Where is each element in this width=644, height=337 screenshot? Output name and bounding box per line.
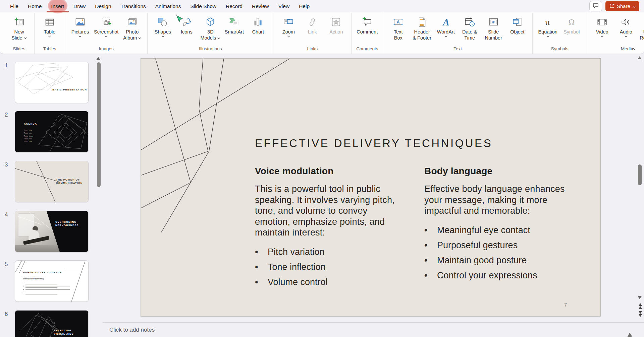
ribbon-button-label: Zoom (282, 29, 295, 38)
ribbon-group-buttons: ShapesIcons3DModels SmartArtChart (150, 13, 271, 46)
menu-tab-home[interactable]: Home (23, 0, 46, 12)
menu-tab-transitions[interactable]: Transitions (116, 0, 151, 12)
ribbon-button-label: Comment (357, 29, 378, 35)
slide-thumb-number: 2 (0, 111, 15, 152)
comments-button[interactable] (589, 1, 602, 11)
ribbon-group-buttons: PicturesScreenshotPhotoAlbum (67, 13, 145, 46)
ribbon-table-button[interactable]: Table (38, 15, 61, 39)
ribbon-group-symbols: πEquationΩSymbolSymbols (532, 13, 587, 54)
share-button[interactable]: Share (605, 1, 639, 11)
ribbon-link-button: Link (301, 15, 324, 36)
slide-thumbnail-2[interactable]: AGENDATopic oneTopic twoTopic threeTopic… (15, 111, 89, 152)
notes-panel[interactable]: Click to add notes (103, 322, 644, 337)
previous-slide-button[interactable] (639, 303, 642, 309)
ribbon-header-footer-button[interactable]: Header& Footer (410, 15, 434, 42)
canvas-scroll-down-arrow[interactable] (638, 296, 642, 299)
icons-icon (181, 15, 192, 29)
menu-tab-slide-show[interactable]: Slide Show (185, 0, 221, 12)
ribbon-object-button[interactable]: Object (505, 15, 529, 36)
ribbon-button-label: Symbol (564, 29, 580, 35)
menu-tab-view[interactable]: View (274, 0, 294, 12)
ribbon-wordart-button[interactable]: AWordArt (434, 15, 458, 39)
slide-thumbnail-3[interactable]: THE POWER OFCOMMUNICATION (15, 161, 89, 202)
thumbnail-row-5: 5ENGAGING THE AUDIENCETechniques for con… (0, 260, 89, 302)
slide-thumbnail-1[interactable]: BASIC PRESENTATION (15, 62, 89, 103)
notes-placeholder: Click to add notes (109, 327, 155, 333)
ribbon-button-label: Audio (620, 29, 632, 38)
panel-scrollbar-thumb[interactable] (97, 62, 101, 187)
ribbon-group-label: Images (67, 46, 145, 54)
slide-page-number[interactable]: 7 (564, 302, 567, 308)
screenshot-icon (101, 15, 112, 29)
slide-7[interactable]: EFFECTIVE DELIVERY TECHNIQUES Voice modu… (141, 58, 601, 317)
menu-tab-design[interactable]: Design (90, 0, 116, 12)
ribbon-new-slide-button[interactable]: NewSlide (7, 15, 31, 42)
ribbon-screen-recording-button[interactable]: ScreenRecording (638, 15, 644, 42)
ribbon-button-label: Action (329, 29, 343, 35)
ribbon-text-box-button[interactable]: ATextBox (386, 15, 410, 42)
ribbon-equation-button[interactable]: πEquation (536, 15, 559, 39)
panel-scroll-up-arrow[interactable] (96, 57, 100, 60)
ribbon-group-buttons: πEquationΩSymbol (535, 13, 585, 46)
slide-title[interactable]: EFFECTIVE DELIVERY TECHNIQUES (255, 137, 492, 150)
next-slide-button[interactable] (639, 311, 642, 317)
ribbon-screenshot-button[interactable]: Screenshot (92, 15, 120, 39)
slide-thumbnail-6[interactable]: SELECTINGVISUAL AIDS (15, 310, 89, 337)
ribbon-date-time-button[interactable]: Date &Time (458, 15, 481, 42)
audio-icon (620, 15, 632, 29)
menu-tab-file[interactable]: File (5, 0, 23, 12)
ribbon-chart-button[interactable]: Chart (246, 15, 270, 36)
ribbon-group-label: Comments (354, 46, 381, 54)
slide-column-body-language[interactable]: Body languageEffective body language enh… (424, 166, 579, 285)
slide-thumbnail-5[interactable]: ENGAGING THE AUDIENCETechniques for conn… (15, 260, 89, 302)
ribbon-smartart-button[interactable]: SmartArt (222, 15, 246, 36)
ribbon-shapes-button[interactable]: Shapes (151, 15, 174, 39)
ribbon-group-buttons: NewSlide (6, 13, 32, 46)
ribbon-group-comments: CommentComments (351, 13, 383, 54)
slide-thumbnail-4[interactable]: OVERCOMINGNERVOUSNESS (15, 211, 89, 252)
collapse-ribbon-button[interactable] (629, 46, 637, 52)
share-icon (609, 3, 614, 9)
menu-tab-review[interactable]: Review (247, 0, 274, 12)
ribbon-photo-album-button[interactable]: PhotoAlbum (120, 15, 144, 42)
ribbon-video-button[interactable]: Video (590, 15, 614, 39)
ribbon-group-label: Tables (37, 46, 63, 54)
ribbon-slide-number-button[interactable]: #SlideNumber (482, 15, 505, 42)
ribbon-button-label: Icons (181, 29, 193, 35)
share-chevron-icon (633, 3, 636, 9)
ribbon-audio-button[interactable]: Audio (614, 15, 638, 39)
zoom-icon (283, 15, 294, 29)
ribbon-zoom-button[interactable]: Zoom (277, 15, 300, 39)
bullet-item: •Control your expressions (424, 270, 579, 281)
ribbon-group-label: Illustrations (150, 46, 271, 54)
svg-text:π: π (546, 17, 550, 27)
slide-number-icon: # (488, 15, 499, 29)
ribbon-button-label: Screenshot (94, 29, 118, 38)
column-bullet-list: •Pitch variation•Tone inflection•Volume … (255, 247, 404, 287)
menu-tab-animations[interactable]: Animations (151, 0, 186, 12)
ribbon-3d-models-button[interactable]: 3DModels (199, 15, 222, 42)
pictures-icon (74, 15, 86, 29)
photo-album-icon (126, 15, 138, 29)
canvas-scrollbar-thumb[interactable] (638, 164, 642, 185)
menu-tab-help[interactable]: Help (294, 0, 314, 12)
ribbon-button-label: SlideNumber (485, 29, 502, 41)
canvas-scroll-up-arrow[interactable] (638, 56, 642, 59)
ribbon-icons-button[interactable]: Icons (175, 15, 198, 36)
ribbon-group-buttons: ATextBoxHeader& FooterAWordArtDate &Time… (385, 13, 530, 46)
ribbon-group-buttons: Comment (354, 13, 381, 46)
menu-tab-record[interactable]: Record (221, 0, 247, 12)
ribbon-group-illustrations: ShapesIcons3DModels SmartArtChartIllustr… (147, 13, 273, 54)
menu-tab-draw[interactable]: Draw (69, 0, 90, 12)
ribbon-button-label: Header& Footer (413, 29, 431, 41)
ribbon-button-label: Shapes (155, 29, 171, 38)
menu-tab-insert[interactable]: Insert (46, 0, 69, 12)
ribbon-button-label: Table (44, 29, 56, 38)
ribbon-button-label: Chart (252, 29, 264, 35)
thumbnail-row-6: 6SELECTINGVISUAL AIDS (0, 310, 89, 337)
slide-column-voice-modulation[interactable]: Voice modulationThis is a powerful tool … (255, 166, 404, 292)
ribbon-comment-button[interactable]: Comment (355, 15, 379, 36)
ribbon-group-links: ZoomLinkActionLinks (273, 13, 351, 54)
active-tab-underline (47, 11, 69, 12)
ribbon-pictures-button[interactable]: Pictures (68, 15, 92, 39)
